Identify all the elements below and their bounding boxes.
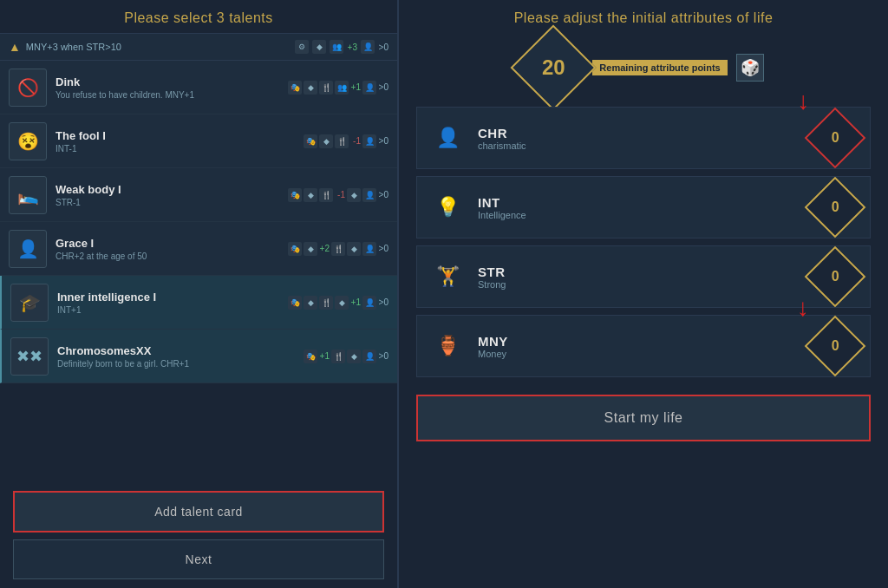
si12: 🍴 bbox=[319, 188, 333, 202]
points-diamond: 20 bbox=[511, 25, 597, 111]
stat-row-2: 🎭 ◆ 🍴 -1 👤 >0 bbox=[304, 134, 388, 148]
sv10: >0 bbox=[378, 297, 388, 307]
talent-info-innerintel1: Inner intelligence I INT+1 bbox=[57, 291, 279, 315]
attr-name-mny: MNY bbox=[478, 334, 800, 349]
si18: ◆ bbox=[347, 242, 361, 256]
attr-value-box-mny: 0 bbox=[805, 316, 866, 377]
si25: 🎭 bbox=[304, 350, 317, 363]
points-container: 20 Remaining attribute points 🎲 bbox=[399, 37, 888, 98]
attr-sub-chr: charismatic bbox=[478, 140, 800, 151]
sv12: >0 bbox=[378, 351, 388, 361]
attr-item-mny[interactable]: 🏺 MNY Money ↓ 0 bbox=[416, 315, 871, 377]
attr-item-chr[interactable]: 👤 CHR charismatic ↑ 0 bbox=[416, 107, 871, 169]
sv3: -1 bbox=[350, 136, 361, 146]
talent-name-dink: Dink bbox=[56, 75, 279, 88]
talent-desc-dink: You refuse to have children. MNY+1 bbox=[56, 90, 279, 100]
talent-item-grace1[interactable]: 👤 Grace I CHR+2 at the age of 50 🎭 ◆ +2 … bbox=[0, 222, 397, 276]
si23: ◆ bbox=[335, 296, 349, 310]
talent-stats-innerintel1: 🎭 ◆ 🍴 ◆ +1 👤 >0 bbox=[288, 296, 388, 310]
talent-info-weakbody1: Weak body I STR-1 bbox=[56, 183, 279, 207]
sv2: >0 bbox=[378, 82, 388, 92]
talent-icon-dink: 🚫 bbox=[9, 69, 47, 107]
sort-icon[interactable]: ▲ bbox=[9, 40, 21, 54]
attributes-container: 👤 CHR charismatic ↑ 0 💡 INT Intelligence… bbox=[399, 107, 888, 384]
stat-row-3: 🎭 ◆ 🍴 -1 ◆ 👤 >0 bbox=[288, 188, 388, 202]
diamond-icon: ◆ bbox=[312, 40, 326, 54]
dice-button[interactable]: 🎲 bbox=[736, 54, 764, 82]
sv5: -1 bbox=[335, 190, 345, 199]
chr-value-container: ↑ 0 bbox=[813, 116, 857, 160]
talent-stats-weakbody1: 🎭 ◆ 🍴 -1 ◆ 👤 >0 bbox=[288, 188, 388, 202]
si1: 🎭 bbox=[288, 81, 302, 95]
attr-value-mny: 0 bbox=[832, 338, 839, 354]
stat-row-5: 🎭 ◆ 🍴 ◆ +1 👤 >0 bbox=[288, 296, 388, 310]
si13: ◆ bbox=[347, 188, 361, 202]
top-zero: >0 bbox=[378, 42, 388, 52]
si19: 👤 bbox=[362, 242, 376, 256]
right-panel-title: Please adjust the initial attributes of … bbox=[399, 0, 888, 33]
attr-sub-int: Intelligence bbox=[478, 210, 800, 220]
person-icon: 👤 bbox=[361, 40, 375, 54]
top-bar-right: ⚙ ◆ 👥 +3 👤 >0 bbox=[295, 40, 388, 54]
talent-info-dink: Dink You refuse to have children. MNY+1 bbox=[56, 75, 279, 100]
talent-desc-weakbody1: STR-1 bbox=[56, 198, 279, 207]
talent-item-weakbody1[interactable]: 🛌 Weak body I STR-1 🎭 ◆ 🍴 -1 ◆ 👤 >0 bbox=[0, 168, 397, 222]
talent-stats-fool1: 🎭 ◆ 🍴 -1 👤 >0 bbox=[304, 134, 388, 148]
attr-item-int[interactable]: 💡 INT Intelligence 0 bbox=[416, 176, 871, 238]
si21: ◆ bbox=[304, 296, 317, 310]
talent-desc-grace1: CHR+2 at the age of 50 bbox=[56, 252, 279, 261]
talent-name-weakbody1: Weak body I bbox=[56, 183, 279, 196]
talent-item-innerintel1[interactable]: 🎓 Inner intelligence I INT+1 🎭 ◆ 🍴 ◆ +1 … bbox=[0, 276, 397, 330]
si3: 🍴 bbox=[319, 81, 333, 95]
si28: 👤 bbox=[362, 350, 376, 363]
attr-icon-mny: 🏺 bbox=[430, 329, 465, 363]
talent-item-chromosomesxx[interactable]: ✖✖ ChromosomesXX Definitely born to be a… bbox=[0, 330, 397, 383]
si10: 🎭 bbox=[288, 188, 302, 202]
talent-desc-chromosomesxx: Definitely born to be a girl. CHR+1 bbox=[57, 359, 295, 369]
attr-sub-mny: Money bbox=[478, 349, 800, 359]
si8: 🍴 bbox=[335, 134, 349, 148]
points-value: 20 bbox=[542, 56, 565, 80]
talent-info-chromosomesxx: ChromosomesXX Definitely born to be a gi… bbox=[57, 344, 295, 369]
start-life-button[interactable]: Start my life bbox=[416, 395, 871, 441]
attr-info-chr: CHR charismatic bbox=[478, 126, 800, 151]
talent-name-fool1: The fool I bbox=[56, 129, 295, 142]
attr-name-str: STR bbox=[478, 265, 800, 279]
mny-value-container: ↓ 0 bbox=[813, 324, 857, 368]
next-button[interactable]: Next bbox=[13, 539, 384, 579]
points-label: Remaining attribute points bbox=[592, 60, 727, 75]
stat-row-6: 🎭 +1 🍴 ◆ 👤 >0 bbox=[304, 350, 388, 363]
attr-value-chr: 0 bbox=[832, 130, 839, 146]
talent-icon-chromosomesxx: ✖✖ bbox=[10, 337, 49, 376]
si2: ◆ bbox=[304, 81, 317, 95]
sv4: >0 bbox=[378, 136, 388, 146]
si27: ◆ bbox=[347, 350, 361, 363]
attr-info-mny: MNY Money bbox=[478, 334, 800, 359]
sv1: +1 bbox=[350, 82, 361, 92]
arrow-mny: ↓ bbox=[797, 294, 809, 322]
attr-value-box-str: 0 bbox=[805, 246, 866, 308]
stat-row-1: 🎭 ◆ 🍴 👥 +1 👤 >0 bbox=[288, 81, 388, 95]
attr-icon-str: 🏋 bbox=[430, 259, 465, 294]
attr-value-int: 0 bbox=[832, 199, 839, 215]
talent-item-dink[interactable]: 🚫 Dink You refuse to have children. MNY+… bbox=[0, 61, 397, 114]
top-bar-text: MNY+3 when STR>10 bbox=[26, 42, 121, 52]
top-bar: ▲ MNY+3 when STR>10 ⚙ ◆ 👥 +3 👤 >0 bbox=[0, 33, 397, 61]
bottom-buttons: Add talent card Next bbox=[0, 482, 397, 588]
si6: 🎭 bbox=[304, 134, 317, 148]
talent-name-chromosomesxx: ChromosomesXX bbox=[57, 344, 295, 357]
stat-row-4: 🎭 ◆ +2 🍴 ◆ 👤 >0 bbox=[288, 242, 388, 256]
top-bar-left: ▲ MNY+3 when STR>10 bbox=[9, 40, 121, 54]
talent-stats-dink: 🎭 ◆ 🍴 👥 +1 👤 >0 bbox=[288, 81, 388, 95]
si14: 👤 bbox=[362, 188, 376, 202]
add-talent-button[interactable]: Add talent card bbox=[13, 491, 384, 532]
talent-icon-fool1: 😵 bbox=[9, 122, 47, 160]
shield-icon: ⚙ bbox=[295, 40, 309, 54]
si7: ◆ bbox=[319, 134, 333, 148]
talent-item-fool1[interactable]: 😵 The fool I INT-1 🎭 ◆ 🍴 -1 👤 >0 bbox=[0, 114, 397, 168]
talent-icon-weakbody1: 🛌 bbox=[9, 176, 47, 214]
talent-desc-innerintel1: INT+1 bbox=[57, 305, 279, 315]
talent-name-innerintel1: Inner intelligence I bbox=[57, 291, 279, 304]
si24: 👤 bbox=[362, 296, 376, 310]
si20: 🎭 bbox=[288, 296, 302, 310]
